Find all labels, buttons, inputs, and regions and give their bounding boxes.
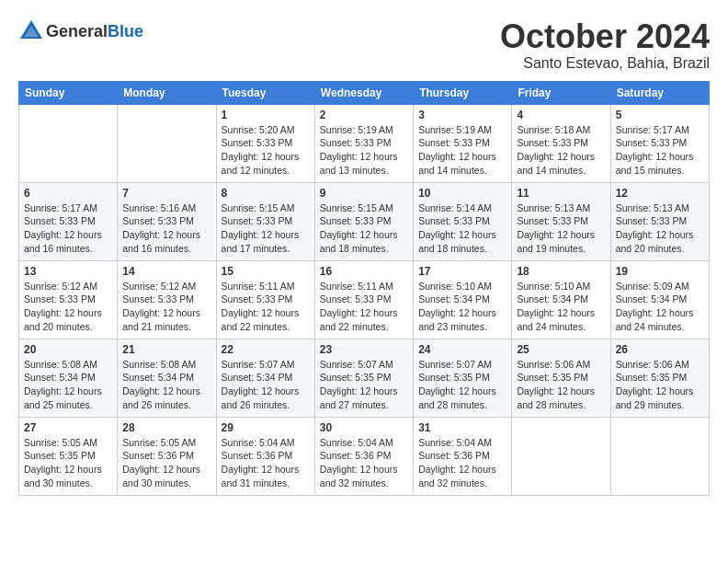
day-number: 14 [122,265,210,278]
day-number: 6 [24,187,112,200]
day-info: Sunrise: 5:12 AM Sunset: 5:33 PM Dayligh… [24,280,112,334]
calendar-cell [118,104,216,182]
day-number: 24 [418,343,506,356]
day-info: Sunrise: 5:07 AM Sunset: 5:35 PM Dayligh… [418,358,506,412]
day-info: Sunrise: 5:10 AM Sunset: 5:34 PM Dayligh… [418,280,506,334]
calendar-cell: 1Sunrise: 5:20 AM Sunset: 5:33 PM Daylig… [216,104,314,182]
calendar-week-row: 1Sunrise: 5:20 AM Sunset: 5:33 PM Daylig… [19,104,710,182]
title-block: October 2024 Santo Estevao, Bahia, Brazi… [500,18,710,72]
day-number: 12 [616,187,704,200]
day-number: 30 [320,421,408,434]
calendar-cell: 27Sunrise: 5:05 AM Sunset: 5:35 PM Dayli… [19,417,118,495]
day-info: Sunrise: 5:09 AM Sunset: 5:34 PM Dayligh… [616,280,704,334]
logo-blue: Blue [108,22,143,40]
day-info: Sunrise: 5:04 AM Sunset: 5:36 PM Dayligh… [222,436,310,490]
logo: GeneralBlue [18,18,143,44]
day-number: 10 [418,187,506,200]
day-info: Sunrise: 5:17 AM Sunset: 5:33 PM Dayligh… [24,201,112,256]
calendar-cell: 10Sunrise: 5:14 AM Sunset: 5:33 PM Dayli… [414,182,512,260]
day-info: Sunrise: 5:15 AM Sunset: 5:33 PM Dayligh… [320,201,408,256]
location-title: Santo Estevao, Bahia, Brazil [500,55,710,72]
calendar-cell: 16Sunrise: 5:11 AM Sunset: 5:33 PM Dayli… [314,260,413,339]
day-info: Sunrise: 5:08 AM Sunset: 5:34 PM Dayligh… [122,358,210,412]
day-number: 2 [320,109,408,121]
calendar-table: SundayMondayTuesdayWednesdayThursdayFrid… [18,81,710,496]
calendar-cell: 19Sunrise: 5:09 AM Sunset: 5:34 PM Dayli… [610,260,709,339]
day-number: 21 [122,343,210,356]
day-number: 22 [222,343,310,356]
page-header: GeneralBlue October 2024 Santo Estevao, … [18,18,710,72]
weekday-header-thursday: Thursday [414,81,512,104]
day-info: Sunrise: 5:11 AM Sunset: 5:33 PM Dayligh… [320,280,408,334]
weekday-header-friday: Friday [512,81,610,104]
day-number: 11 [517,187,605,200]
day-info: Sunrise: 5:07 AM Sunset: 5:35 PM Dayligh… [320,358,408,412]
day-number: 27 [24,421,112,434]
day-number: 9 [320,187,408,200]
calendar-cell: 13Sunrise: 5:12 AM Sunset: 5:33 PM Dayli… [19,260,118,339]
day-info: Sunrise: 5:07 AM Sunset: 5:34 PM Dayligh… [222,358,310,412]
weekday-header-tuesday: Tuesday [216,81,314,104]
calendar-cell: 12Sunrise: 5:13 AM Sunset: 5:33 PM Dayli… [610,182,709,260]
calendar-cell: 30Sunrise: 5:04 AM Sunset: 5:36 PM Dayli… [314,417,413,495]
logo-icon [18,18,44,44]
calendar-cell: 18Sunrise: 5:10 AM Sunset: 5:34 PM Dayli… [512,260,610,339]
day-info: Sunrise: 5:06 AM Sunset: 5:35 PM Dayligh… [517,358,605,412]
day-info: Sunrise: 5:13 AM Sunset: 5:33 PM Dayligh… [616,201,704,256]
day-info: Sunrise: 5:04 AM Sunset: 5:36 PM Dayligh… [320,436,408,490]
day-info: Sunrise: 5:16 AM Sunset: 5:33 PM Dayligh… [122,201,210,256]
day-number: 23 [320,343,408,356]
day-number: 25 [517,343,605,356]
calendar-cell: 3Sunrise: 5:19 AM Sunset: 5:33 PM Daylig… [414,104,512,182]
calendar-cell: 17Sunrise: 5:10 AM Sunset: 5:34 PM Dayli… [414,260,512,339]
day-number: 29 [222,421,310,434]
day-info: Sunrise: 5:19 AM Sunset: 5:33 PM Dayligh… [418,123,506,178]
weekday-header-wednesday: Wednesday [314,81,413,104]
calendar-week-row: 6Sunrise: 5:17 AM Sunset: 5:33 PM Daylig… [19,182,710,260]
day-number: 16 [320,265,408,278]
calendar-cell: 7Sunrise: 5:16 AM Sunset: 5:33 PM Daylig… [118,182,216,260]
calendar-cell [19,104,118,182]
calendar-cell: 31Sunrise: 5:04 AM Sunset: 5:36 PM Dayli… [414,417,512,495]
calendar-cell: 8Sunrise: 5:15 AM Sunset: 5:33 PM Daylig… [216,182,314,260]
logo-general: General [46,22,108,40]
day-number: 5 [616,109,704,121]
day-info: Sunrise: 5:13 AM Sunset: 5:33 PM Dayligh… [517,201,605,256]
day-info: Sunrise: 5:10 AM Sunset: 5:34 PM Dayligh… [517,280,605,334]
calendar-week-row: 13Sunrise: 5:12 AM Sunset: 5:33 PM Dayli… [19,260,710,339]
calendar-cell: 5Sunrise: 5:17 AM Sunset: 5:33 PM Daylig… [610,104,709,182]
day-info: Sunrise: 5:20 AM Sunset: 5:33 PM Dayligh… [222,123,310,178]
calendar-week-row: 27Sunrise: 5:05 AM Sunset: 5:35 PM Dayli… [19,417,710,495]
day-info: Sunrise: 5:08 AM Sunset: 5:34 PM Dayligh… [24,358,112,412]
day-number: 26 [616,343,704,356]
day-number: 8 [222,187,310,200]
day-info: Sunrise: 5:11 AM Sunset: 5:33 PM Dayligh… [222,280,310,334]
calendar-cell: 29Sunrise: 5:04 AM Sunset: 5:36 PM Dayli… [216,417,314,495]
calendar-cell: 21Sunrise: 5:08 AM Sunset: 5:34 PM Dayli… [118,339,216,417]
calendar-cell: 26Sunrise: 5:06 AM Sunset: 5:35 PM Dayli… [610,339,709,417]
day-info: Sunrise: 5:12 AM Sunset: 5:33 PM Dayligh… [122,280,210,334]
day-info: Sunrise: 5:06 AM Sunset: 5:35 PM Dayligh… [616,358,704,412]
calendar-cell: 4Sunrise: 5:18 AM Sunset: 5:33 PM Daylig… [512,104,610,182]
day-info: Sunrise: 5:15 AM Sunset: 5:33 PM Dayligh… [222,201,310,256]
day-info: Sunrise: 5:05 AM Sunset: 5:36 PM Dayligh… [122,436,210,490]
calendar-cell: 23Sunrise: 5:07 AM Sunset: 5:35 PM Dayli… [314,339,413,417]
weekday-header-monday: Monday [118,81,216,104]
calendar-cell: 25Sunrise: 5:06 AM Sunset: 5:35 PM Dayli… [512,339,610,417]
day-number: 1 [222,109,310,121]
day-number: 20 [24,343,112,356]
day-info: Sunrise: 5:04 AM Sunset: 5:36 PM Dayligh… [418,436,506,490]
calendar-cell: 6Sunrise: 5:17 AM Sunset: 5:33 PM Daylig… [19,182,118,260]
day-number: 7 [122,187,210,200]
day-info: Sunrise: 5:19 AM Sunset: 5:33 PM Dayligh… [320,123,408,178]
calendar-cell: 14Sunrise: 5:12 AM Sunset: 5:33 PM Dayli… [118,260,216,339]
calendar-cell [610,417,709,495]
day-info: Sunrise: 5:17 AM Sunset: 5:33 PM Dayligh… [616,123,704,178]
calendar-cell: 15Sunrise: 5:11 AM Sunset: 5:33 PM Dayli… [216,260,314,339]
day-number: 13 [24,265,112,278]
day-number: 17 [418,265,506,278]
day-number: 4 [517,109,605,121]
day-number: 28 [122,421,210,434]
calendar-cell: 2Sunrise: 5:19 AM Sunset: 5:33 PM Daylig… [314,104,413,182]
month-title: October 2024 [500,18,710,55]
